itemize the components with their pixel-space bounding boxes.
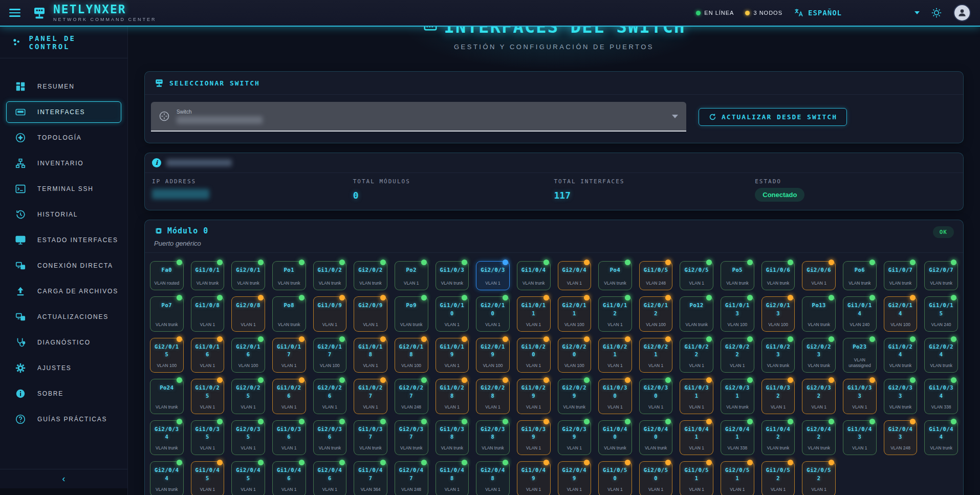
port-card[interactable]: Gi1/0/6VLAN trunk — [761, 261, 795, 290]
port-card[interactable]: Gi2/0/25VLAN 1 — [231, 379, 265, 414]
sidebar-item-diagn-stico[interactable]: DIAGNÓSTICO — [6, 332, 121, 353]
language-selector[interactable]: ESPAÑOL — [794, 8, 842, 18]
port-card[interactable]: Fa0VLAN routed — [150, 261, 184, 290]
port-card[interactable]: Gi2/0/21VLAN 1 — [639, 338, 673, 373]
port-card[interactable]: Gi2/0/47VLAN 248 — [395, 461, 428, 495]
sidebar-item-carga-de-archivos[interactable]: CARGA DE ARCHIVOS — [6, 281, 121, 302]
user-avatar[interactable] — [953, 4, 971, 21]
port-card[interactable]: Gi1/0/26VLAN 1 — [272, 379, 306, 414]
port-card[interactable]: Gi2/0/48VLAN 1 — [476, 461, 510, 495]
port-card[interactable]: Gi1/0/36VLAN 1 — [272, 420, 306, 456]
port-card[interactable]: Gi1/0/43VLAN 1 — [843, 420, 877, 456]
sidebar-item-conexi-n-directa[interactable]: CONEXIÓN DIRECTA — [6, 255, 121, 276]
port-card[interactable]: Gi1/0/22VLAN 1 — [680, 338, 713, 373]
port-card[interactable]: Gi1/0/1VLAN trunk — [191, 261, 225, 290]
port-card[interactable]: Gi1/0/40VLAN trunk — [598, 420, 632, 456]
port-card[interactable]: Gi1/0/34VLAN 338 — [924, 379, 958, 414]
port-card[interactable]: Gi1/0/39VLAN 1 — [517, 420, 551, 456]
port-card[interactable]: Gi2/0/7VLAN trunk — [924, 261, 958, 290]
port-card[interactable]: Gi2/0/38VLAN trunk — [476, 420, 510, 456]
port-card[interactable]: Gi2/0/23VLAN trunk — [802, 338, 836, 373]
port-card[interactable]: Gi2/0/8VLAN 1 — [231, 296, 265, 332]
port-card[interactable]: Gi1/0/11VLAN 1 — [517, 296, 551, 332]
port-card[interactable]: Gi2/0/5VLAN 1 — [680, 261, 713, 290]
sidebar-item-actualizaciones[interactable]: ACTUALIZACIONES — [6, 306, 121, 328]
port-card[interactable]: Gi2/0/18VLAN 100 — [395, 338, 428, 373]
sidebar-item-terminal-ssh[interactable]: TERMINAL SSH — [6, 178, 121, 200]
port-card[interactable]: Gi2/0/49VLAN 1 — [558, 461, 592, 495]
port-card[interactable]: Gi2/0/28VLAN 1 — [476, 379, 510, 414]
port-card[interactable]: Gi1/0/45VLAN 1 — [191, 461, 225, 495]
port-card[interactable]: Gi1/0/17VLAN 1 — [272, 338, 306, 373]
port-card[interactable]: Gi2/0/50VLAN 1 — [639, 461, 673, 495]
port-card[interactable]: Po9VLAN trunk — [395, 296, 428, 332]
theme-toggle-icon[interactable] — [931, 7, 942, 18]
port-card[interactable]: Gi1/0/9VLAN 1 — [313, 296, 347, 332]
port-card[interactable]: Gi2/0/45VLAN 1 — [231, 461, 265, 495]
port-card[interactable]: Gi1/0/10VLAN 1 — [435, 296, 469, 332]
port-card[interactable]: Gi1/0/49VLAN 1 — [517, 461, 551, 495]
port-card[interactable]: Po12VLAN trunk — [680, 296, 713, 332]
port-card[interactable]: Gi1/0/3VLAN trunk — [435, 261, 469, 290]
port-card[interactable]: Gi2/0/1VLAN trunk — [231, 261, 265, 290]
port-card[interactable]: Gi2/0/20VLAN 100 — [558, 338, 592, 373]
port-card[interactable]: Gi1/0/15VLAN 240 — [924, 296, 958, 332]
sidebar-item-resumen[interactable]: RESUMEN — [6, 76, 121, 97]
port-card[interactable]: Gi1/0/47VLAN 364 — [354, 461, 387, 495]
port-card[interactable]: Gi2/0/40VLAN trunk — [639, 420, 673, 456]
port-card[interactable]: Gi2/0/32VLAN 1 — [802, 379, 836, 414]
port-card[interactable]: Gi2/0/26VLAN 1 — [313, 379, 347, 414]
sidebar-item-ajustes[interactable]: AJUSTES — [6, 357, 121, 379]
port-card[interactable]: Po1VLAN trunk — [272, 261, 306, 290]
port-card[interactable]: Gi1/0/18VLAN 1 — [354, 338, 387, 373]
port-card[interactable]: Gi1/0/31VLAN 1 — [680, 379, 713, 414]
port-card[interactable]: Gi1/0/27VLAN 1 — [354, 379, 387, 414]
port-card[interactable]: Po2VLAN 1 — [395, 261, 428, 290]
port-card[interactable]: Gi2/0/14VLAN 100 — [884, 296, 918, 332]
port-card[interactable]: Gi2/0/27VLAN 248 — [395, 379, 428, 414]
port-card[interactable]: Gi1/0/28VLAN 1 — [435, 379, 469, 414]
port-card[interactable]: Po4VLAN trunk — [598, 261, 632, 290]
port-card[interactable]: Gi2/0/43VLAN 248 — [884, 420, 918, 456]
port-card[interactable]: Gi1/0/42VLAN trunk — [761, 420, 795, 456]
port-card[interactable]: Po7VLAN trunk — [150, 296, 184, 332]
port-card[interactable]: Gi2/0/34VLAN trunk — [150, 420, 184, 456]
port-card[interactable]: Gi2/0/10VLAN 1 — [476, 296, 510, 332]
port-card[interactable]: Gi2/0/52VLAN 1 — [802, 461, 836, 495]
port-card[interactable]: Gi2/0/39VLAN 1 — [558, 420, 592, 456]
port-card[interactable]: Gi2/0/41VLAN 338 — [721, 420, 754, 456]
refresh-from-switch-button[interactable]: ACTUALIZAR DESDE SWITCH — [699, 108, 847, 126]
menu-toggle-icon[interactable] — [9, 9, 20, 17]
port-card[interactable]: Gi2/0/9VLAN 1 — [354, 296, 387, 332]
port-card[interactable]: Gi2/0/13VLAN 100 — [761, 296, 795, 332]
port-card[interactable]: Gi1/0/13VLAN 100 — [721, 296, 754, 332]
port-card[interactable]: Gi2/0/37VLAN trunk — [395, 420, 428, 456]
port-card[interactable]: Gi1/0/19VLAN 1 — [435, 338, 469, 373]
port-card[interactable]: Po5VLAN trunk — [721, 261, 754, 290]
port-card[interactable]: Gi1/0/35VLAN 1 — [191, 420, 225, 456]
port-card[interactable]: Gi2/0/36VLAN trunk — [313, 420, 347, 456]
port-card[interactable]: Gi1/0/21VLAN 1 — [598, 338, 632, 373]
port-card[interactable]: Po6VLAN trunk — [843, 261, 877, 290]
sidebar-item-sobre[interactable]: SOBRE — [6, 383, 121, 404]
port-card[interactable]: Gi1/0/5VLAN 248 — [639, 261, 673, 290]
port-card[interactable]: Gi1/0/7VLAN trunk — [884, 261, 918, 290]
port-card[interactable]: Gi2/0/22VLAN 1 — [721, 338, 754, 373]
sidebar-item-inventario[interactable]: INVENTARIO — [6, 153, 121, 174]
port-card[interactable]: Po24VLAN trunk — [150, 379, 184, 414]
port-card[interactable]: Gi1/0/44VLAN trunk — [924, 420, 958, 456]
port-card[interactable]: Gi2/0/44VLAN trunk — [150, 461, 184, 495]
sidebar-item-gu-as-pr-cticas[interactable]: GUÍAS PRÁCTICAS — [6, 408, 121, 430]
port-card[interactable]: Gi1/0/41VLAN 1 — [680, 420, 713, 456]
port-card[interactable]: Gi2/0/31VLAN trunk — [721, 379, 754, 414]
port-card[interactable]: Po23VLAN unassigned — [843, 338, 877, 373]
port-card[interactable]: Gi2/0/51VLAN 1 — [721, 461, 754, 495]
language-caret-icon[interactable] — [914, 11, 920, 14]
sidebar-item-interfaces[interactable]: INTERFACES — [6, 101, 121, 123]
port-card[interactable]: Gi1/0/8VLAN 1 — [191, 296, 225, 332]
port-card[interactable]: Gi1/0/16VLAN 1 — [191, 338, 225, 373]
port-card[interactable]: Gi1/0/32VLAN 1 — [761, 379, 795, 414]
port-card[interactable]: Gi2/0/46VLAN 1 — [313, 461, 347, 495]
port-card[interactable]: Gi2/0/15VLAN 100 — [150, 338, 184, 373]
port-card[interactable]: Gi1/0/50VLAN 1 — [598, 461, 632, 495]
